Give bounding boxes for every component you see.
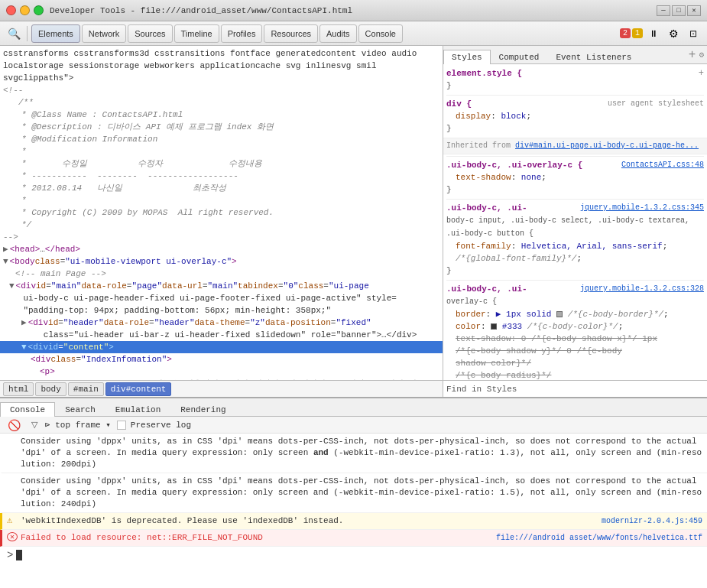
code-line: /**	[0, 96, 443, 109]
code-line: * @Class Name : ContactsAPI.html	[0, 109, 443, 121]
breadcrumb-main[interactable]: #main	[68, 382, 104, 396]
preserve-log-label: Preserve log	[131, 421, 191, 430]
code-line[interactable]: ▼<body class="ui-mobile-viewport ui-over…	[0, 255, 443, 268]
pause-button[interactable]: ⏸	[644, 24, 663, 43]
minimize-button[interactable]	[20, 5, 30, 15]
window-title: Developer Tools - file:///android_asset/…	[50, 6, 657, 15]
console-toolbar: 🚫 ▽ ⊳ top frame ▾ Preserve log	[0, 417, 707, 434]
styles-gear-icon[interactable]: ⚙	[699, 50, 704, 60]
code-line[interactable]: ▶<head>…</head>	[0, 243, 443, 255]
code-line: * 2012.08.14 나신일 최초작성	[0, 182, 443, 194]
inherited-header: Inherited from div#main.ui-page.ui-body-…	[443, 138, 707, 154]
tab-styles[interactable]: Styles	[443, 50, 491, 64]
win-close[interactable]: ✕	[687, 5, 701, 16]
code-line: * ----------- -------- -----------------…	[0, 170, 443, 182]
content-area: csstransforms csstransforms3d csstransit…	[0, 46, 707, 588]
dock-button[interactable]: ⊡	[684, 24, 702, 43]
bottom-tab-emulation[interactable]: Emulation	[105, 402, 170, 417]
tab-sources[interactable]: Sources	[128, 24, 172, 43]
find-in-styles[interactable]: Find in Styles	[443, 380, 707, 397]
code-line: * @Modification Information	[0, 133, 443, 145]
css-ui-body-rule-1: .ui-body-c, .ui-overlay-c { ContactsAPI.…	[446, 156, 704, 196]
console-entry-1: Consider using 'dppx' units, as in CSS '…	[0, 434, 707, 473]
styles-add-icon[interactable]: +	[689, 48, 696, 62]
tab-audits[interactable]: Audits	[319, 24, 357, 43]
elements-panel: csstransforms csstransforms3d csstransit…	[0, 46, 443, 397]
console-clear-btn[interactable]: 🚫	[5, 419, 24, 431]
console-msg-1: Consider using 'dppx' units, as in CSS '…	[21, 436, 702, 470]
code-line: csstransforms csstransforms3d csstransit…	[0, 47, 443, 60]
tab-network[interactable]: Network	[82, 24, 126, 43]
search-toolbar-btn[interactable]: 🔍	[5, 24, 23, 43]
tab-profiles[interactable]: Profiles	[221, 24, 263, 43]
bottom-tab-search[interactable]: Search	[55, 402, 105, 417]
css-jquery-rule-345: .ui-body-c, .ui- jquery.mobile-1.3.2.css…	[446, 199, 704, 277]
bottom-section: Console Search Emulation Rendering 🚫 ▽ ⊳…	[0, 397, 707, 588]
code-line[interactable]: ▶<div id="header" data-role="header" dat…	[0, 317, 443, 329]
css-element-style: element.style { + }	[446, 67, 704, 92]
console-source-error[interactable]: file:///android asset/www/fonts/helvetic…	[496, 532, 702, 544]
console-entry-warning: ⚠ 'webkitIndexedDB' is deprecated. Pleas…	[0, 513, 707, 530]
breadcrumb-content[interactable]: div#content	[105, 382, 172, 396]
win-controls: ─ □ ✕	[657, 5, 701, 16]
win-minimize[interactable]: ─	[657, 5, 670, 16]
code-line: svgclippaths">	[0, 72, 443, 84]
close-button[interactable]	[6, 5, 16, 15]
tab-timeline[interactable]: Timeline	[174, 24, 219, 43]
warning-badge: 1	[632, 28, 643, 38]
css-jquery-rule-328: .ui-body-c, .ui- jquery.mobile-1.3.2.css…	[446, 280, 704, 380]
devtools-toolbar: 🔍 Elements Network Sources Timeline Prof…	[0, 21, 707, 46]
breadcrumb-html[interactable]: html	[3, 382, 34, 396]
console-filter-btn[interactable]: ▽	[28, 420, 41, 430]
upper-split: csstransforms csstransforms3d csstransit…	[0, 46, 707, 397]
bottom-tab-rendering[interactable]: Rendering	[170, 402, 235, 417]
selected-code-line[interactable]: ▼<div id="content">	[0, 341, 443, 353]
code-line[interactable]: <div class="IndexInfomation">	[0, 353, 443, 365]
code-line: -->	[0, 231, 443, 243]
tab-elements[interactable]: Elements	[31, 24, 80, 43]
maximize-button[interactable]	[34, 5, 44, 15]
toolbar-separator	[27, 26, 28, 41]
code-line: <!-- main Page -->	[0, 268, 443, 280]
code-line: localstorage sessionstorage webworkers a…	[0, 60, 443, 72]
preserve-log-checkbox[interactable]	[117, 421, 126, 430]
tab-computed[interactable]: Computed	[491, 50, 548, 64]
code-line: class="ui-header ui-bar-z ui-header-fixe…	[0, 329, 443, 341]
code-line: <!--	[0, 84, 443, 96]
title-bar: Developer Tools - file:///android_asset/…	[0, 0, 707, 21]
console-input-line[interactable]: >	[0, 547, 707, 564]
bottom-tab-console[interactable]: Console	[0, 402, 55, 417]
console-source-warning[interactable]: modernizr-2.0.4.js:459	[602, 515, 702, 527]
styles-content[interactable]: element.style { + } div { user agent sty…	[443, 64, 707, 380]
tab-console[interactable]: Console	[358, 24, 403, 43]
code-line: ui-body-c ui-page-header-fixed ui-page-f…	[0, 292, 443, 304]
code-line: * Copyright (C) 2009 by MOPAS All right …	[0, 206, 443, 219]
win-maximize[interactable]: □	[672, 5, 686, 16]
console-prompt: >	[7, 549, 13, 561]
elements-code-view[interactable]: csstransforms csstransforms3d csstransit…	[0, 46, 443, 380]
code-line: "padding-top: 94px; padding-bottom: 56px…	[0, 304, 443, 317]
console-msg-warning: 'webkitIndexedDB' is deprecated. Please …	[21, 515, 598, 527]
console-cursor	[16, 550, 22, 560]
code-line: * @Description : 디바이스 API 예제 프로그램 index …	[0, 121, 443, 133]
find-in-styles-label: Find in Styles	[446, 385, 517, 394]
code-line[interactable]: <p>	[0, 365, 443, 378]
tab-resources[interactable]: Resources	[264, 24, 318, 43]
tab-event-listeners[interactable]: Event Listeners	[547, 50, 640, 64]
console-msg-2: Consider using 'dppx' units, as in CSS '…	[21, 476, 702, 510]
console-area: 🚫 ▽ ⊳ top frame ▾ Preserve log Consider …	[0, 417, 707, 588]
console-entries: Consider using 'dppx' units, as in CSS '…	[0, 434, 707, 588]
error-badges: 2 1 ⏸ ⚙ ⊡	[620, 24, 702, 43]
code-line: * 수정일 수정자 수정내용	[0, 158, 443, 170]
breadcrumb-body[interactable]: body	[35, 382, 66, 396]
window-traffic-lights	[6, 5, 44, 15]
code-line: *	[0, 145, 443, 158]
css-div-rule: div { user agent stylesheet display: blo…	[446, 95, 704, 135]
settings-button[interactable]: ⚙	[664, 24, 683, 43]
warning-icon: ⚠	[7, 515, 18, 527]
console-frame-select[interactable]: ⊳ top frame ▾	[45, 420, 111, 430]
console-entry-2: Consider using 'dppx' units, as in CSS '…	[0, 473, 707, 513]
bottom-tabs: Console Search Emulation Rendering	[0, 398, 707, 417]
code-line: */	[0, 219, 443, 231]
code-line[interactable]: ▼<div id="main" data-role="page" data-ur…	[0, 280, 443, 292]
